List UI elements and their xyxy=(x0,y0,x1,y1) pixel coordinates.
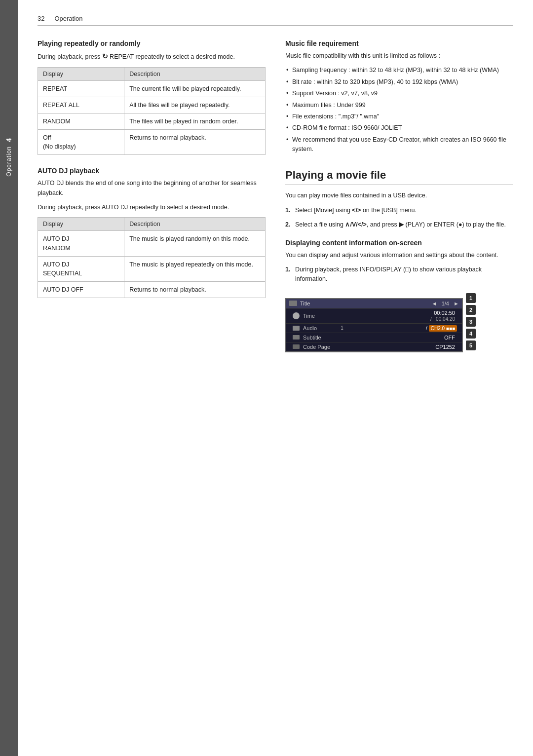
panel-row-audio: Audio 1 / CH2.0 ■■■ xyxy=(286,324,462,333)
callout-3: 3 xyxy=(466,317,476,327)
page-header: 32 Operation xyxy=(38,15,513,26)
col-right: Music file requirement Music file compat… xyxy=(285,39,513,352)
subtitle-value: OFF xyxy=(338,335,459,340)
table-row: AUTO DJ OFF Returns to normal playback. xyxy=(38,281,266,298)
auto-dj-row1-desc: The music is played randomly on this mod… xyxy=(124,231,266,256)
film-icon xyxy=(289,301,297,306)
music-req-list: Sampling frequency : within 32 to 48 kHz… xyxy=(285,66,513,154)
step-num: 1. xyxy=(285,265,290,274)
repeat-row3-display: RANDOM xyxy=(38,113,124,129)
main-content: 32 Operation Playing repeatedly or rando… xyxy=(18,0,533,756)
step-num: 2. xyxy=(285,220,290,229)
movie-steps: 1. Select [Movie] using </> on the [USB]… xyxy=(285,206,513,230)
music-req-section: Music file requirement Music file compat… xyxy=(285,39,513,154)
callout-2: 2 xyxy=(466,305,476,315)
panel-row-time: Time 00:02:50 / 00:04:20 xyxy=(286,308,462,324)
clock-icon xyxy=(289,312,303,319)
onscreen-panel: Title ◄ 1/4 ► Time xyxy=(285,298,463,352)
auto-dj-section: AUTO DJ playback AUTO DJ blends the end … xyxy=(38,167,266,298)
repeat-col2-header: Description xyxy=(124,67,266,80)
repeat-row3-desc: The files will be played in random order… xyxy=(124,113,266,129)
page-container: 4 Operation 32 Operation Playing repeate… xyxy=(0,0,533,756)
panel-header: Title ◄ 1/4 ► xyxy=(286,299,462,308)
table-row: Off(No display) Returns to normal playba… xyxy=(38,130,266,155)
repeat-section: Playing repeatedly or randomly During pl… xyxy=(38,39,266,155)
panel-callouts: 1 2 3 4 5 xyxy=(466,293,476,352)
list-item: 1. Select [Movie] using </> on the [USB]… xyxy=(285,206,513,215)
repeat-row1-desc: The current file will be played repeated… xyxy=(124,80,266,97)
display-section: Displaying content information on-screen… xyxy=(285,239,513,352)
panel-nav: ◄ 1/4 ► xyxy=(432,301,459,306)
auto-dj-row2-display: AUTO DJSEQUENTIAL xyxy=(38,256,124,281)
list-item: Maximum files : Under 999 xyxy=(285,101,513,110)
movie-intro: You can play movie files contained in a … xyxy=(285,191,513,200)
page-number: 32 xyxy=(38,15,44,22)
auto-dj-heading: AUTO DJ playback xyxy=(38,167,266,175)
repeat-row2-desc: All the files will be played repeatedly. xyxy=(124,97,266,113)
side-tab-label: Operation xyxy=(5,146,12,177)
display-intro: You can display and adjust various infor… xyxy=(285,251,513,260)
two-col: Playing repeatedly or randomly During pl… xyxy=(38,39,513,352)
auto-dj-row2-desc: The music is played repeatedly on this m… xyxy=(124,256,266,281)
list-item: File extensions : ".mp3"/ ".wma" xyxy=(285,112,513,121)
auto-dj-row3-desc: Returns to normal playback. xyxy=(124,281,266,298)
auto-dj-col1-header: Display xyxy=(38,218,124,231)
page-title-header: Operation xyxy=(54,15,82,22)
repeat-row4-desc: Returns to normal playback. xyxy=(124,130,266,155)
codepage-icon xyxy=(289,344,303,349)
subtitle-icon xyxy=(289,335,303,340)
panel-wrapper: Title ◄ 1/4 ► Time xyxy=(285,293,513,352)
display-steps: 1. During playback, press INFO/DISPLAY (… xyxy=(285,265,513,284)
codepage-label: Code Page xyxy=(303,344,338,350)
repeat-row1-display: REPEAT xyxy=(38,80,124,97)
table-row: AUTO DJSEQUENTIAL The music is played re… xyxy=(38,256,266,281)
repeat-heading: Playing repeatedly or randomly xyxy=(38,39,266,47)
list-item: We recommend that you use Easy-CD Creato… xyxy=(285,135,513,154)
list-item: 2. Select a file using ∧/V/</>, and pres… xyxy=(285,220,513,229)
table-row: REPEAT The current file will be played r… xyxy=(38,80,266,97)
table-row: RANDOM The files will be played in rando… xyxy=(38,113,266,129)
table-row: AUTO DJRANDOM The music is played random… xyxy=(38,231,266,256)
movie-section-title: Playing a movie file xyxy=(285,169,513,185)
list-item: 1. During playback, press INFO/DISPLAY (… xyxy=(285,265,513,284)
auto-dj-table: Display Description AUTO DJRANDOM The mu… xyxy=(38,217,266,298)
auto-dj-para2: During playback, press AUTO DJ repeatedl… xyxy=(38,203,266,212)
audio-value: / CH2.0 ■■■ xyxy=(346,325,459,331)
repeat-table: Display Description REPEAT The current f… xyxy=(38,67,266,155)
panel-row-codepage: Code Page CP1252 xyxy=(286,342,462,351)
audio-label: Audio xyxy=(303,325,338,331)
list-item: Bit rate : within 32 to 320 kbps (MP3), … xyxy=(285,77,513,87)
display-heading: Displaying content information on-screen xyxy=(285,239,513,247)
list-item: Sampling frequency : within 32 to 48 kHz… xyxy=(285,66,513,75)
repeat-col1-header: Display xyxy=(38,67,124,80)
list-item: CD-ROM file format : ISO 9660/ JOLIET xyxy=(285,123,513,133)
step-num: 1. xyxy=(285,206,290,215)
repeat-intro: During playback, press ↻ REPEAT repeated… xyxy=(38,51,266,62)
audio-icon xyxy=(289,326,303,331)
panel-title: Title xyxy=(300,301,432,306)
auto-dj-para1: AUTO DJ blends the end of one song into … xyxy=(38,179,266,198)
time-label: Time xyxy=(303,313,338,319)
side-tab-number: 4 xyxy=(5,138,13,142)
music-req-heading: Music file requirement xyxy=(285,39,513,47)
repeat-row4-display: Off(No display) xyxy=(38,130,124,155)
audio-num: 1 xyxy=(338,325,346,331)
auto-dj-row3-display: AUTO DJ OFF xyxy=(38,281,124,298)
movie-section: Playing a movie file You can play movie … xyxy=(285,169,513,352)
list-item: Support Version : v2, v7, v8, v9 xyxy=(285,89,513,98)
col-left: Playing repeatedly or randomly During pl… xyxy=(38,39,266,352)
callout-1: 1 xyxy=(466,293,476,303)
time-value: 00:02:50 / 00:04:20 xyxy=(338,310,459,322)
table-row: REPEAT ALL All the files will be played … xyxy=(38,97,266,113)
panel-row-subtitle: Subtitle OFF xyxy=(286,333,462,342)
subtitle-label: Subtitle xyxy=(303,335,338,340)
auto-dj-col2-header: Description xyxy=(124,218,266,231)
callout-4: 4 xyxy=(466,329,476,339)
codepage-value: CP1252 xyxy=(338,344,459,350)
repeat-row2-display: REPEAT ALL xyxy=(38,97,124,113)
auto-dj-row1-display: AUTO DJRANDOM xyxy=(38,231,124,256)
music-req-intro: Music file compatibility with this unit … xyxy=(285,51,513,61)
side-tab: 4 Operation xyxy=(0,0,18,756)
callout-5: 5 xyxy=(466,340,476,350)
